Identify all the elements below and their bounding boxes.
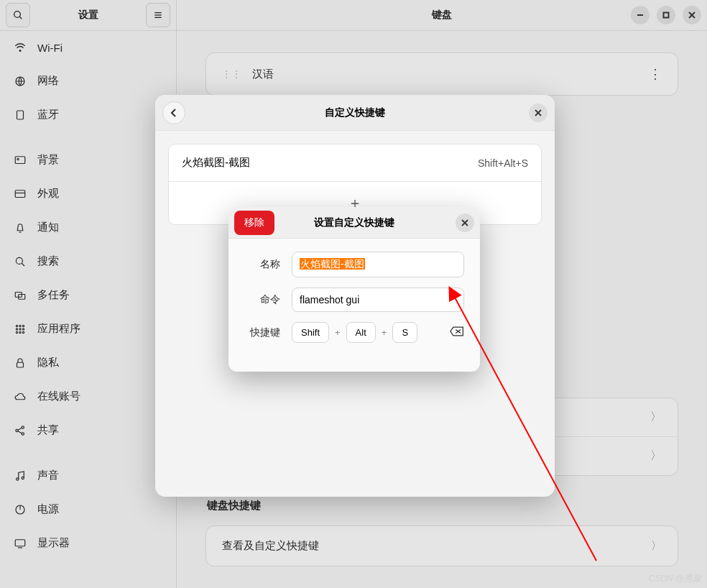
shortcut-keys: Shift+Alt+S [478, 157, 528, 169]
shortcut-keys[interactable]: Shift + Alt + S [292, 322, 464, 343]
back-button[interactable] [162, 101, 185, 124]
watermark: CSDN @秀聚 [648, 573, 701, 585]
key-alt: Alt [346, 322, 376, 343]
plus-icon: + [382, 327, 387, 338]
shortcut-row[interactable]: 火焰截图-截图 Shift+Alt+S [169, 144, 541, 182]
cmd-input[interactable] [292, 288, 464, 312]
edit-shortcut-dialog: 移除 设置自定义快捷键 名称 火焰截图-截图 命令 快捷键 Shift + Al… [228, 207, 480, 372]
modal-overlay: 自定义快捷键 火焰截图-截图 Shift+Alt+S ＋ 移除 设置自定义快捷键 [0, 0, 707, 588]
shortcut-name: 火焰截图-截图 [182, 156, 250, 170]
key-shift: Shift [292, 322, 329, 343]
dialog-title: 自定义快捷键 [325, 106, 385, 119]
shortcut-label: 快捷键 [244, 326, 280, 339]
plus-icon: + [335, 327, 341, 338]
cmd-label: 命令 [244, 293, 280, 306]
name-label: 名称 [244, 258, 280, 271]
close-button[interactable] [456, 213, 474, 232]
key-s: S [392, 322, 417, 343]
close-button[interactable] [529, 104, 547, 122]
clear-shortcut-button[interactable] [450, 326, 464, 339]
remove-button[interactable]: 移除 [234, 211, 274, 235]
name-input[interactable]: 火焰截图-截图 [292, 252, 464, 277]
